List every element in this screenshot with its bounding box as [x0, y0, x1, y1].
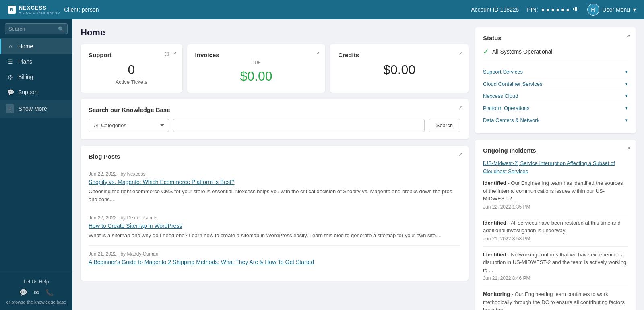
page-title: Home	[80, 27, 469, 38]
incident-status: Identified	[483, 220, 506, 226]
external-link-icon[interactable]: ↗	[172, 50, 177, 56]
external-link-icon[interactable]: ↗	[458, 105, 463, 111]
eye-icon[interactable]: 👁	[573, 6, 579, 13]
chevron-down-icon: ▾	[625, 81, 628, 87]
invoices-card-title: Invoices	[195, 52, 318, 58]
status-item-data-centers[interactable]: Data Centers & Network ▾	[483, 114, 628, 126]
show-more-button[interactable]: + Show More	[0, 100, 72, 118]
sidebar-item-billing[interactable]: ◎ Billing	[0, 69, 72, 85]
incident-text: Monitoring - Our Engineering team contin…	[483, 290, 628, 310]
incidents-panel: Ongoing Incidents ↗ [US-Midwest-2] Servi…	[475, 140, 636, 310]
phone-icon[interactable]: 📞	[45, 289, 54, 296]
credits-card-title: Credits	[338, 52, 460, 58]
sidebar-footer: Let Us Help 💬 ✉ 📞 or browse the knowledg…	[0, 273, 72, 310]
category-select[interactable]: All Categories Magento WordPress WooComm…	[89, 119, 169, 132]
status-item-support[interactable]: Support Services ▾	[483, 66, 628, 78]
blog-date: Jun 22, 2022	[89, 215, 116, 221]
knowledge-base-search-row: All Categories Magento WordPress WooComm…	[89, 119, 460, 132]
divider	[483, 215, 628, 215]
blog-author: by Maddy Osman	[120, 251, 158, 257]
invoice-amount: $0.00	[195, 69, 318, 84]
status-panel: Status ↗ ✓ All Systems Operational Suppo…	[475, 27, 636, 133]
support-card-label: Active Tickets	[89, 79, 174, 85]
blog-excerpt: What is a sitemap and why do I need one?…	[89, 231, 460, 240]
credits-amount: $0.00	[338, 62, 460, 77]
sidebar-item-plans[interactable]: ☰ Plans	[0, 54, 72, 69]
account-id: Account ID 118225	[471, 6, 519, 13]
account-info: Account ID 118225 PIN: ● ● ● ● ● ● 👁 H U…	[471, 4, 636, 16]
knowledge-base-search-button[interactable]: Search	[429, 119, 460, 132]
incident-entry: Monitoring - Our Engineering team contin…	[483, 290, 628, 310]
sidebar-search-container: 🔍	[0, 19, 72, 39]
blog-author: by Dexter Palmer	[120, 215, 158, 221]
sidebar-item-label: Plans	[18, 58, 32, 65]
blog-title-link[interactable]: Shopify vs. Magento: Which Ecommerce Pla…	[89, 179, 460, 185]
status-item-nexcess-cloud[interactable]: Nexcess Cloud ▾	[483, 90, 628, 102]
main-content: Home Support ⊕ ↗ 0 Active Tickets Invoic…	[72, 19, 644, 310]
external-link-icon[interactable]: ↗	[458, 151, 463, 157]
blog-meta: Jun 22, 2022 by Dexter Palmer	[89, 215, 460, 221]
home-icon: ⌂	[7, 43, 14, 50]
incident-time: Jun 22, 2022 1:35 PM	[483, 204, 628, 210]
content-left: Home Support ⊕ ↗ 0 Active Tickets Invoic…	[80, 27, 469, 310]
support-card-title: Support	[89, 52, 174, 58]
sidebar: 🔍 ⌂ Home ☰ Plans ◎ Billing 💬 Support + S…	[0, 19, 72, 310]
blog-post: Jun 21, 2022 by Maddy Osman A Beginner's…	[89, 246, 460, 273]
avatar: H	[587, 4, 599, 16]
let-us-help-label: Let Us Help	[6, 279, 67, 285]
external-link-icon[interactable]: ↗	[626, 145, 630, 151]
logo-brand: NEXCESS	[19, 5, 60, 11]
blog-title-link[interactable]: How to Create Sitemap in WordPress	[89, 223, 460, 229]
chevron-down-icon: ▾	[625, 93, 628, 99]
knowledge-base-search-input[interactable]	[173, 119, 425, 132]
chevron-down-icon: ▾	[625, 69, 628, 74]
sidebar-item-support[interactable]: 💬 Support	[0, 85, 72, 100]
status-item-label: Data Centers & Network	[483, 117, 539, 123]
pin-dots: ● ● ● ● ● ●	[541, 6, 569, 13]
incident-link[interactable]: [US-Midwest-2] Service Interruption Affe…	[483, 159, 628, 175]
external-link-icon[interactable]: ↗	[458, 50, 463, 56]
external-link-icon[interactable]: ↗	[626, 33, 630, 39]
blog-post: Jun 22, 2022 by Dexter Palmer How to Cre…	[89, 209, 460, 246]
footer-icons: 💬 ✉ 📞	[6, 289, 67, 296]
status-item-cloud-container[interactable]: Cloud Container Services ▾	[483, 78, 628, 90]
incident-entry: Identified - Our Engineering team has id…	[483, 179, 628, 210]
plans-icon: ☰	[7, 58, 14, 65]
incident-status: Monitoring	[483, 291, 510, 297]
email-icon[interactable]: ✉	[34, 289, 39, 296]
incident-entry: Identified - All services have been rest…	[483, 219, 628, 242]
knowledge-base-title: Search our Knowledge Base	[89, 106, 460, 113]
knowledge-base-section: Search our Knowledge Base ↗ All Categori…	[80, 99, 469, 139]
chevron-down-icon: ▾	[625, 118, 628, 123]
support-card: Support ⊕ ↗ 0 Active Tickets	[80, 44, 182, 93]
blog-posts-section: Blog Posts ↗ Jun 22, 2022 by Nexcess Sho…	[80, 146, 469, 281]
support-ticket-count: 0	[89, 62, 174, 77]
top-header: N NEXCESS A LIQUID WEB BRAND Client: per…	[0, 0, 644, 19]
incident-status: Identified	[483, 180, 506, 186]
add-ticket-icon[interactable]: ⊕	[164, 50, 169, 58]
status-item-label: Cloud Container Services	[483, 81, 542, 87]
sidebar-item-home[interactable]: ⌂ Home	[0, 39, 72, 54]
status-item-platform-ops[interactable]: Platform Operations ▾	[483, 102, 628, 114]
invoices-card: Invoices ↗ DUE $0.00	[187, 44, 326, 93]
blog-title-link[interactable]: A Beginner's Guide to Magento 2 Shipping…	[89, 259, 460, 265]
user-menu[interactable]: H User Menu ▾	[587, 4, 636, 16]
support-icon: 💬	[7, 89, 14, 95]
status-item-label: Nexcess Cloud	[483, 93, 518, 99]
check-icon: ✓	[483, 47, 489, 56]
sidebar-item-label: Home	[18, 43, 33, 50]
sidebar-item-label: Billing	[18, 74, 33, 80]
incident-time: Jun 21, 2022 8:46 PM	[483, 275, 628, 281]
incidents-title: Ongoing Incidents	[483, 147, 628, 154]
blog-excerpt: Choosing the right ecommerce CMS for you…	[89, 188, 460, 203]
blog-date: Jun 22, 2022	[89, 171, 116, 177]
incident-text: Identified - All services have been rest…	[483, 219, 628, 235]
chat-icon[interactable]: 💬	[19, 289, 27, 296]
knowledge-base-link[interactable]: or browse the knowledge base	[6, 300, 67, 304]
external-link-icon[interactable]: ↗	[315, 50, 320, 56]
nexcess-logo: N NEXCESS A LIQUID WEB BRAND	[8, 5, 60, 14]
incident-entry: Identified - Networking confirms that we…	[483, 251, 628, 281]
blog-posts-title: Blog Posts	[89, 153, 460, 160]
sidebar-nav: ⌂ Home ☰ Plans ◎ Billing 💬 Support + Sho…	[0, 39, 72, 273]
status-operational: ✓ All Systems Operational	[483, 47, 628, 61]
